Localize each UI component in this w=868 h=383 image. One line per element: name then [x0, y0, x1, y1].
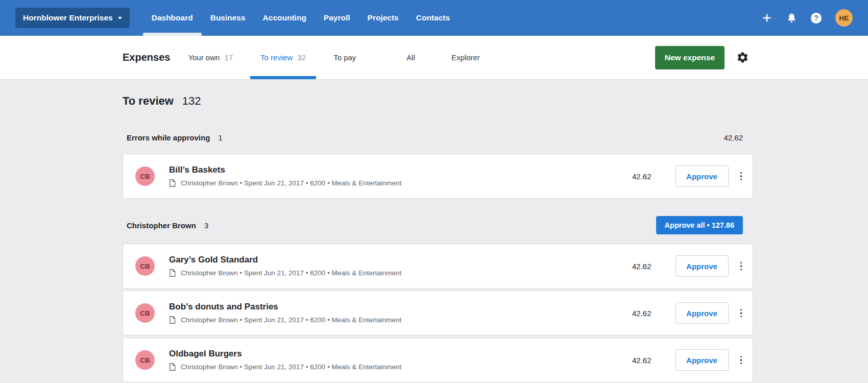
kebab-menu-icon[interactable]	[739, 260, 744, 273]
expense-details: Bill’s Baskets Christopher Brown • Spent…	[169, 165, 632, 187]
expense-row-bobs-donuts-and-pastries[interactable]: CB Bob’s donuts and Pastries Christopher…	[123, 291, 753, 336]
help-glyph: ?	[811, 13, 822, 23]
section-title: Christopher Brown	[127, 221, 196, 230]
tab-to-review[interactable]: To review 32	[250, 36, 316, 79]
section-title-row: Christopher Brown 3	[127, 221, 208, 230]
expense-amount: 42.62	[632, 309, 652, 318]
approve-all-button[interactable]: Approve all • 127.86	[656, 216, 743, 234]
expense-title: Gary’s Gold Standard	[169, 255, 632, 265]
chevron-down-icon	[118, 17, 122, 19]
nav-payroll[interactable]: Payroll	[315, 0, 359, 36]
expenses-header: Expenses Your own 17 To review 32 To pay…	[0, 36, 868, 80]
heading-count: 132	[182, 94, 201, 108]
document-icon	[169, 179, 176, 187]
primary-nav: Dashboard Business Accounting Payroll Pr…	[143, 0, 459, 36]
top-navigation-bar: Hornblower Enterprises Dashboard Busines…	[0, 0, 868, 36]
expense-title: Bob’s donuts and Pastries	[169, 302, 632, 312]
expense-row-garys-gold-standard[interactable]: CB Gary’s Gold Standard Christopher Brow…	[123, 244, 753, 289]
expense-card-group: CB Gary’s Gold Standard Christopher Brow…	[123, 244, 753, 382]
help-icon[interactable]: ?	[811, 13, 822, 23]
user-avatar[interactable]: HE	[835, 9, 853, 27]
section-title: Errors while approving	[127, 133, 210, 142]
approve-button[interactable]: Approve	[676, 302, 729, 324]
to-review-heading: To review 132	[123, 94, 753, 109]
section-header: Christopher Brown 3 Approve all • 127.86	[123, 216, 753, 234]
section-header: Errors while approving 1 42.62	[123, 133, 753, 142]
expense-amount: 42.62	[632, 262, 652, 271]
spacer	[494, 36, 655, 79]
expense-details: Oldbagel Burgers Christopher Brown • Spe…	[169, 349, 632, 371]
nav-projects[interactable]: Projects	[359, 0, 407, 36]
section-errors-while-approving: Errors while approving 1 42.62 CB Bill’s…	[123, 133, 753, 199]
kebab-menu-icon[interactable]	[739, 354, 744, 367]
tab-all[interactable]: All	[396, 36, 425, 79]
expense-meta-row: Christopher Brown • Spent Jun 21, 2017 •…	[169, 179, 632, 187]
nav-accounting[interactable]: Accounting	[254, 0, 315, 36]
avatar: CB	[135, 166, 155, 186]
document-icon	[169, 363, 176, 371]
expense-amount: 42.62	[632, 356, 652, 365]
expense-meta-row: Christopher Brown • Spent Jun 21, 2017 •…	[169, 363, 632, 371]
tab-label: Explorer	[451, 53, 480, 62]
tab-explorer[interactable]: Explorer	[441, 36, 490, 79]
tab-label: To pay	[333, 53, 356, 62]
expense-title: Bill’s Baskets	[169, 165, 632, 175]
new-expense-button[interactable]: New expense	[655, 46, 725, 69]
organisation-menu-button[interactable]: Hornblower Enterprises	[15, 8, 130, 28]
avatar: CB	[135, 303, 155, 323]
expense-title: Oldbagel Burgers	[169, 349, 632, 359]
section-count: 1	[219, 133, 223, 142]
topbar-actions: ? HE	[761, 9, 853, 27]
kebab-menu-icon[interactable]	[739, 170, 744, 183]
expenses-tabs: Your own 17 To review 32 To pay All Expl…	[174, 36, 493, 79]
to-review-content: To review 132 Errors while approving 1 4…	[0, 80, 868, 382]
section-total: 42.62	[724, 133, 743, 142]
heading-title: To review	[123, 94, 174, 108]
expense-details: Gary’s Gold Standard Christopher Brown •…	[169, 255, 632, 277]
expense-meta-row: Christopher Brown • Spent Jun 21, 2017 •…	[169, 269, 632, 277]
tab-count: 32	[297, 53, 306, 62]
gear-icon[interactable]	[736, 51, 749, 64]
tab-count: 17	[224, 53, 233, 62]
document-icon	[169, 316, 176, 324]
nav-contacts[interactable]: Contacts	[407, 0, 459, 36]
expense-details: Bob’s donuts and Pastries Christopher Br…	[169, 302, 632, 324]
plus-icon[interactable]	[761, 12, 773, 23]
avatar: CB	[135, 350, 155, 370]
approve-button[interactable]: Approve	[676, 255, 729, 277]
expense-amount: 42.62	[632, 172, 652, 181]
approve-button[interactable]: Approve	[676, 349, 729, 371]
bell-icon[interactable]	[786, 13, 797, 23]
tab-label: All	[406, 53, 415, 62]
expense-meta-row: Christopher Brown • Spent Jun 21, 2017 •…	[169, 316, 632, 324]
section-count: 3	[204, 221, 208, 230]
nav-business[interactable]: Business	[202, 0, 254, 36]
organisation-name: Hornblower Enterprises	[23, 13, 113, 22]
avatar: CB	[135, 256, 155, 276]
expense-meta: Christopher Brown • Spent Jun 21, 2017 •…	[181, 269, 401, 277]
tab-your-own[interactable]: Your own 17	[178, 36, 243, 79]
section-christopher-brown: Christopher Brown 3 Approve all • 127.86…	[123, 216, 753, 382]
section-title-row: Errors while approving 1	[127, 133, 223, 142]
approve-button[interactable]: Approve	[676, 165, 729, 187]
tab-to-pay[interactable]: To pay	[323, 36, 366, 79]
tab-label: To review	[260, 53, 293, 62]
expense-meta: Christopher Brown • Spent Jun 21, 2017 •…	[181, 363, 401, 371]
expense-row-oldbagel-burgers[interactable]: CB Oldbagel Burgers Christopher Brown • …	[123, 338, 753, 382]
tab-label: Your own	[188, 53, 220, 62]
page-title: Expenses	[123, 52, 170, 63]
expense-row-bills-baskets[interactable]: CB Bill’s Baskets Christopher Brown • Sp…	[123, 154, 753, 199]
kebab-menu-icon[interactable]	[739, 307, 744, 320]
document-icon	[169, 269, 176, 277]
expense-meta: Christopher Brown • Spent Jun 21, 2017 •…	[181, 179, 401, 187]
nav-dashboard[interactable]: Dashboard	[143, 0, 202, 36]
expense-meta: Christopher Brown • Spent Jun 21, 2017 •…	[181, 316, 401, 324]
